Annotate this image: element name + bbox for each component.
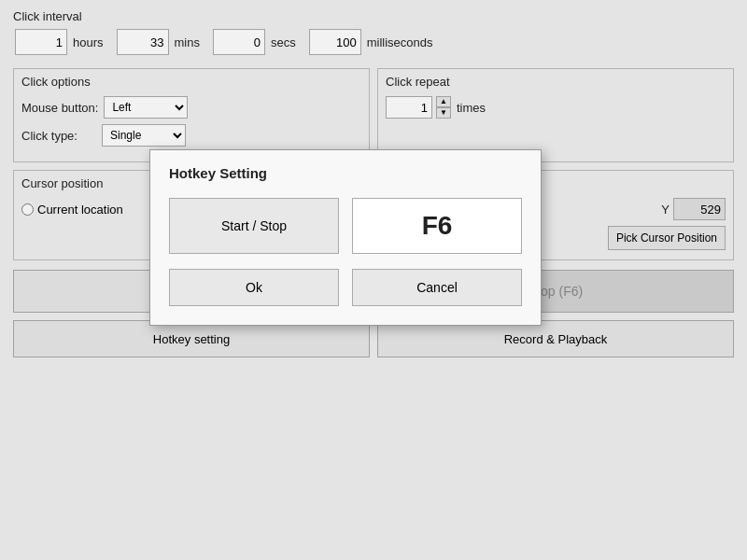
modal-ok-button[interactable]: Ok bbox=[169, 269, 339, 306]
hotkey-setting-modal: Hotkey Setting Start / Stop F6 Ok Cancel bbox=[149, 149, 542, 326]
hotkey-key-display: F6 bbox=[352, 198, 522, 254]
modal-title: Hotkey Setting bbox=[169, 165, 522, 181]
modal-cancel-button[interactable]: Cancel bbox=[352, 269, 522, 306]
modal-hotkey-row: Start / Stop F6 bbox=[169, 198, 522, 254]
start-stop-hotkey-btn[interactable]: Start / Stop bbox=[169, 198, 339, 254]
modal-action-row: Ok Cancel bbox=[169, 269, 522, 306]
